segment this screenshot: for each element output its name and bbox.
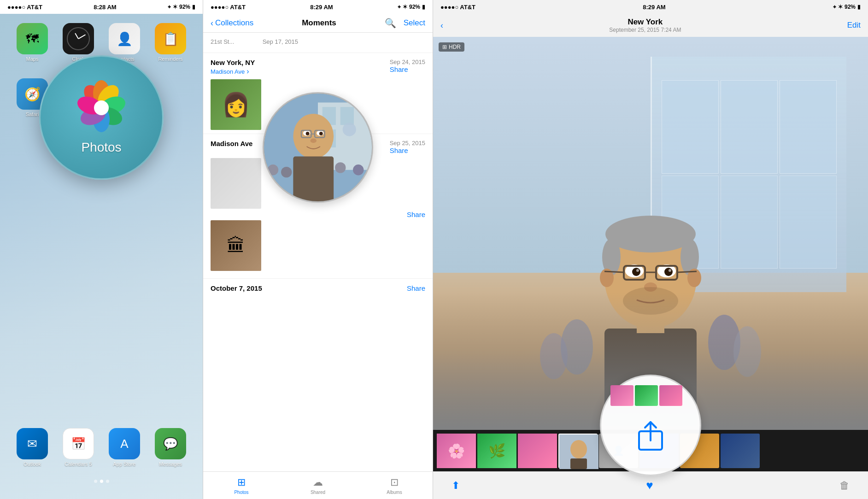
bluetooth-icon: ✶ — [173, 4, 177, 10]
moment-share-madison-1[interactable]: Share — [390, 147, 425, 154]
moment-sublocation-nyc[interactable]: Madison Ave — [211, 68, 245, 75]
maps-icon[interactable]: 🗺 — [17, 23, 48, 54]
svg-rect-12 — [340, 107, 354, 125]
photo-main-image[interactable]: ⊞ HDR — [433, 37, 868, 430]
nav-collections-label[interactable]: Collections — [215, 18, 253, 28]
svg-point-15 — [293, 114, 334, 159]
app-messages[interactable]: 💬 Messages — [150, 428, 191, 467]
panel-photo-detail: ●●●●○ AT&T 8:29 AM ⌖ ✶ 92% ▮ ‹ New York … — [433, 0, 868, 499]
moment-thumb-nyc-1[interactable]: 👩 — [211, 79, 261, 130]
photo-title: New York — [609, 18, 681, 27]
moment-date-nyc: Sep 24, 2015 — [390, 59, 425, 65]
moments-zoom-circle — [263, 92, 373, 203]
svg-line-48 — [677, 271, 697, 272]
photo-time: 8:29 AM — [643, 4, 665, 11]
select-button[interactable]: Select — [404, 18, 425, 28]
photo-carrier-name: AT&T — [460, 4, 475, 11]
moment-right-nyc: Sep 24, 2015 Share — [390, 59, 425, 73]
strip-person-svg — [559, 434, 598, 469]
app-calendars[interactable]: 📅 Calendars 5 — [58, 428, 99, 467]
reminders-label: Reminders — [158, 56, 182, 62]
outlook-label: Outlook — [23, 461, 41, 467]
svg-point-25 — [268, 164, 278, 175]
zoom-face-image — [264, 94, 372, 201]
app-maps[interactable]: 🗺 Maps — [12, 23, 53, 74]
strip-thumb-1[interactable]: 🌸 — [437, 434, 476, 468]
moment-date-madison: Sep 25, 2015 — [390, 140, 425, 147]
share-icon-svg — [637, 420, 664, 452]
moment-group-21st: 21st St... Sep 17, 2015 — [203, 33, 433, 53]
nav-right-buttons: 🔍 Select — [385, 18, 425, 29]
tab-albums[interactable]: ⊡ Albums — [356, 472, 433, 499]
nav-back-collections[interactable]: ‹ Collections — [211, 18, 253, 28]
hdr-badge: ⊞ HDR — [439, 42, 464, 52]
carrier-name: AT&T — [27, 4, 42, 11]
home-status-bar: ●●●●○ AT&T 8:28 AM ⌖ ✶ 92% ▮ — [0, 0, 203, 14]
favorite-button[interactable]: ♥ — [646, 478, 653, 493]
svg-point-23 — [310, 139, 317, 143]
tab-shared[interactable]: ☁ Shared — [280, 472, 356, 499]
moments-battery-icon: ▮ — [422, 4, 425, 10]
moment-location-oct7: October 7, 2015 — [211, 284, 262, 292]
search-icon[interactable]: 🔍 — [385, 18, 396, 29]
photo-back-button[interactable]: ‹ — [440, 21, 443, 30]
outlook-icon[interactable]: ✉ — [17, 428, 48, 459]
moment-share-madison-2[interactable]: Share — [407, 211, 425, 218]
moments-status-bar: ●●●●○ AT&T 8:29 AM ⌖ ✶ 92% ▮ — [203, 0, 433, 14]
share-strip-thumb-1 — [610, 385, 633, 406]
svg-point-41 — [664, 268, 673, 276]
thumb-flowers: 🌸 — [437, 434, 476, 468]
delete-button[interactable]: 🗑 — [839, 480, 850, 492]
app-appstore[interactable]: A App Store — [104, 428, 145, 467]
calendars-label: Calendars 5 — [65, 461, 92, 467]
page-dots — [0, 480, 203, 483]
strip-thumb-2[interactable]: 🌿 — [477, 434, 516, 468]
photo-battery: ⌖ ✶ 92% ▮ — [833, 4, 861, 10]
photos-tab-icon: ⊞ — [237, 476, 246, 488]
messages-icon[interactable]: 💬 — [155, 428, 186, 459]
photos-flower-icon — [74, 80, 129, 135]
clock-icon[interactable] — [63, 23, 94, 54]
moment-share-nyc[interactable]: Share — [390, 65, 425, 73]
photos-zoom-circle[interactable]: Photos — [39, 55, 164, 180]
reminders-icon[interactable]: 📋 — [155, 23, 186, 54]
dock: ✉ Outlook 📅 Calendars 5 A App Store 💬 Me… — [0, 423, 203, 471]
location-icon: ⌖ — [168, 4, 171, 10]
moments-tab-bar: ⊞ Photos ☁ Shared ⊡ Albums — [203, 471, 433, 499]
strip-thumb-8[interactable] — [721, 434, 760, 468]
panel-moments: ●●●●○ AT&T 8:29 AM ⌖ ✶ 92% ▮ ‹ Collectio… — [203, 0, 433, 499]
share-toolbar-button[interactable]: ⬆ — [452, 480, 460, 492]
svg-point-43 — [669, 269, 671, 272]
photo-bt-icon: ✶ — [838, 4, 843, 10]
svg-point-8 — [94, 100, 109, 115]
moment-thumb-madison-2[interactable]: 🏛 — [211, 220, 261, 271]
moment-share-oct7[interactable]: Share — [407, 284, 425, 292]
moments-carrier: ●●●●○ AT&T — [211, 4, 246, 11]
thumb-person-bg: 👩 — [211, 79, 261, 130]
moments-location-icon: ⌖ — [398, 4, 401, 10]
share-strip-thumb-3 — [659, 385, 682, 406]
moment-info-nyc: New York, NY Madison Ave — [211, 59, 255, 76]
app-outlook[interactable]: ✉ Outlook — [12, 428, 53, 467]
thumb-building: 🏛 — [211, 220, 261, 271]
contacts-icon[interactable]: 👤 — [109, 23, 140, 54]
strip-thumb-active[interactable] — [558, 434, 598, 468]
moments-time: 8:29 AM — [310, 4, 333, 11]
signal-dots: ●●●●○ — [7, 4, 25, 11]
battery-icon: ▮ — [192, 4, 195, 10]
moment-thumb-madison-1[interactable] — [211, 158, 261, 209]
photo-edit-button[interactable]: Edit — [847, 21, 861, 30]
tab-photos[interactable]: ⊞ Photos — [203, 472, 280, 499]
strip-thumb-3[interactable] — [518, 434, 557, 468]
moment-right-madison: Sep 25, 2015 Share — [390, 140, 425, 154]
panel-home-screen: ●●●●○ AT&T 8:28 AM ⌖ ✶ 92% ▮ 🗺 Maps — [0, 0, 203, 499]
safari-label: Safari — [26, 112, 39, 117]
carrier-signal: ●●●●○ AT&T — [7, 4, 42, 11]
thumb-pink — [518, 434, 557, 468]
app-reminders[interactable]: 📋 Reminders — [150, 23, 191, 74]
calendars-icon[interactable]: 📅 — [63, 428, 94, 459]
appstore-icon[interactable]: A — [109, 428, 140, 459]
battery-area: ⌖ ✶ 92% ▮ — [168, 4, 195, 10]
photo-subtitle: September 25, 2015 7:24 AM — [609, 27, 681, 33]
moment-header-nyc: New York, NY Madison Ave Sep 24, 2015 Sh… — [211, 59, 425, 76]
